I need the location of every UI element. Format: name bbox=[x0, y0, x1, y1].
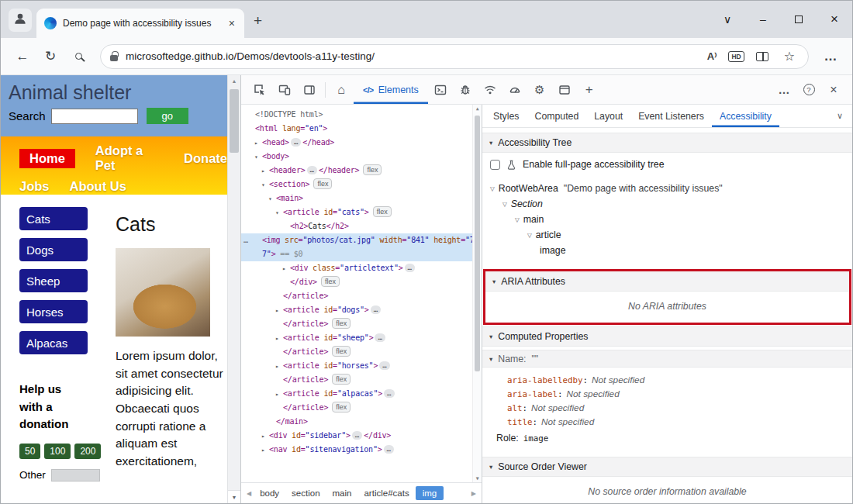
category-button-alpacas[interactable]: Alpacas bbox=[19, 331, 88, 354]
tab-accessibility[interactable]: Accessibility bbox=[712, 105, 779, 127]
split-screen-icon[interactable] bbox=[756, 52, 768, 61]
console-icon[interactable] bbox=[428, 75, 453, 104]
category-button-cats[interactable]: Cats bbox=[19, 207, 88, 230]
lock-icon[interactable] bbox=[110, 55, 118, 61]
computed-name-row[interactable]: ▾ Name: "" bbox=[482, 350, 852, 368]
nav-link-donate[interactable]: Donate bbox=[184, 151, 227, 166]
dom-tree-node[interactable]: ▾<main> bbox=[241, 192, 482, 205]
browser-menu-icon[interactable]: … bbox=[817, 49, 844, 64]
page-scrollbar[interactable]: ▲ ▼ bbox=[227, 75, 240, 503]
performance-icon[interactable] bbox=[502, 75, 527, 104]
enable-a11y-tree-checkbox[interactable] bbox=[490, 160, 500, 170]
disclosure-arrow-icon[interactable]: ▾ bbox=[254, 150, 262, 164]
disclosure-arrow-icon[interactable]: ▾ bbox=[261, 178, 269, 192]
category-button-dogs[interactable]: Dogs bbox=[19, 238, 88, 261]
add-tools-icon[interactable]: + bbox=[577, 75, 602, 104]
disclosure-arrow-icon[interactable]: ▸ bbox=[275, 332, 283, 346]
node-menu-icon[interactable]: … bbox=[243, 233, 248, 247]
scroll-down-icon[interactable]: ▼ bbox=[228, 490, 240, 503]
dom-tree-node[interactable]: ▸<article id="sheep">… bbox=[241, 331, 482, 345]
scroll-up-icon[interactable]: ▲ bbox=[473, 105, 482, 112]
expand-children-button[interactable]: … bbox=[379, 361, 389, 370]
disclosure-arrow-icon[interactable]: ▸ bbox=[275, 304, 283, 318]
breadcrumb-item-body[interactable]: body bbox=[254, 486, 285, 500]
dom-tree-node[interactable]: </article>flex bbox=[241, 345, 482, 359]
category-button-sheep[interactable]: Sheep bbox=[19, 269, 88, 292]
disclosure-arrow-icon[interactable]: ▾ bbox=[268, 192, 276, 206]
issues-bug-icon[interactable] bbox=[453, 75, 478, 104]
disclosure-arrow-icon[interactable]: ▸ bbox=[254, 136, 262, 150]
flex-badge[interactable]: flex bbox=[313, 178, 332, 189]
a11y-tree-node-image[interactable]: image bbox=[482, 243, 852, 258]
browser-tab[interactable]: Demo page with accessibility issues × bbox=[36, 9, 244, 38]
close-window-button[interactable]: × bbox=[817, 1, 852, 38]
tab-elements[interactable]: </> Elements bbox=[354, 75, 428, 104]
dom-tree-node[interactable]: ▸<article id="alpacas">… bbox=[241, 387, 482, 401]
tab-computed[interactable]: Computed bbox=[527, 105, 587, 127]
application-icon[interactable] bbox=[552, 75, 577, 104]
breadcrumb-item-article-cats[interactable]: article#cats bbox=[357, 486, 415, 500]
nav-link-adopt-a-pet[interactable]: Adopt a Pet bbox=[95, 143, 164, 173]
help-icon[interactable]: ? bbox=[796, 84, 821, 95]
scrollbar-thumb[interactable] bbox=[230, 89, 239, 153]
a11y-tree-node-rootwebarea[interactable]: ▽RootWebArea"Demo page with accessibilit… bbox=[482, 181, 852, 196]
disclosure-arrow-icon[interactable]: ▸ bbox=[261, 430, 269, 444]
nav-link-jobs[interactable]: Jobs bbox=[19, 179, 50, 194]
tab-event-listeners[interactable]: Event Listeners bbox=[630, 105, 712, 127]
disclosure-arrow-icon[interactable]: ▸ bbox=[261, 444, 269, 457]
tab-close-icon[interactable]: × bbox=[227, 17, 237, 29]
inspect-icon[interactable] bbox=[247, 75, 272, 104]
expand-children-button[interactable]: … bbox=[384, 445, 394, 454]
category-button-horses[interactable]: Horses bbox=[19, 300, 88, 323]
home-icon[interactable]: ⌂ bbox=[329, 75, 354, 104]
breadcrumb-item-main[interactable]: main bbox=[326, 486, 358, 500]
expand-children-button[interactable]: … bbox=[375, 333, 385, 342]
dom-tree-node[interactable]: <h2>Cats</h2> bbox=[241, 219, 482, 233]
disclosure-arrow-icon[interactable]: ▸ bbox=[275, 360, 283, 374]
refresh-button[interactable]: ↻ bbox=[36, 48, 64, 64]
nav-link-home[interactable]: Home bbox=[19, 149, 75, 168]
section-source-order-viewer[interactable]: ▾ Source Order Viewer bbox=[482, 457, 852, 477]
tab-styles[interactable]: Styles bbox=[485, 105, 527, 127]
device-emulation-icon[interactable] bbox=[272, 75, 297, 104]
section-aria-attributes[interactable]: ▾ ARIA Attributes bbox=[485, 271, 849, 292]
network-conditions-icon[interactable] bbox=[478, 75, 502, 104]
breadcrumb-scroll-right-icon[interactable]: ▶ bbox=[469, 490, 478, 497]
settings-gear-icon[interactable]: ⚙ bbox=[527, 75, 552, 104]
disclosure-arrow-icon[interactable]: ▽ bbox=[490, 185, 495, 192]
expand-children-button[interactable]: … bbox=[291, 138, 301, 147]
close-devtools-icon[interactable]: × bbox=[821, 83, 846, 97]
dom-tree-node[interactable]: 7"> == $0 bbox=[241, 247, 482, 261]
donation-amount-100[interactable]: 100 bbox=[44, 444, 71, 459]
breadcrumb-item-img[interactable]: img bbox=[416, 486, 444, 500]
other-amount-input[interactable] bbox=[51, 469, 100, 482]
section-computed-properties[interactable]: ▾ Computed Properties bbox=[482, 326, 852, 347]
profile-avatar-button[interactable] bbox=[9, 9, 32, 32]
expand-children-button[interactable]: … bbox=[307, 166, 317, 174]
breadcrumb-item-section[interactable]: section bbox=[285, 486, 326, 500]
disclosure-arrow-icon[interactable]: ▾ bbox=[275, 206, 283, 220]
disclosure-arrow-icon[interactable]: ▽ bbox=[502, 201, 507, 208]
dom-tree-node[interactable]: </article>flex bbox=[241, 317, 482, 331]
dom-tree-node[interactable]: ▸<header>…</header>flex bbox=[241, 164, 482, 178]
expand-children-button[interactable]: … bbox=[352, 431, 362, 440]
expand-children-button[interactable]: … bbox=[405, 264, 415, 272]
dom-tree-node[interactable]: <!DOCTYPE html> bbox=[241, 108, 482, 122]
address-bar[interactable]: microsoftedge.github.io/Demos/devtools-a… bbox=[100, 44, 809, 69]
nav-link-about-us[interactable]: About Us bbox=[70, 179, 126, 194]
disclosure-arrow-icon[interactable]: ▸ bbox=[282, 262, 290, 276]
donation-amount-200[interactable]: 200 bbox=[74, 444, 101, 459]
dom-tree-node[interactable]: </article>flex bbox=[241, 373, 482, 387]
disclosure-arrow-icon[interactable]: ▸ bbox=[261, 164, 269, 178]
donation-amount-50[interactable]: 50 bbox=[19, 444, 40, 459]
favorites-star-icon[interactable]: ☆ bbox=[780, 49, 799, 64]
dom-tree-node[interactable]: …<img src="photos/cat.jpg" width="841" h… bbox=[241, 233, 482, 247]
hd-extension-icon[interactable]: HD bbox=[728, 51, 744, 62]
flex-badge[interactable]: flex bbox=[363, 164, 382, 175]
a11y-tree-node-section[interactable]: ▽Section bbox=[482, 196, 852, 212]
tab-actions-chevron-icon[interactable]: ∨ bbox=[710, 1, 745, 38]
dom-tree-node[interactable]: </main> bbox=[241, 415, 482, 429]
dom-tree-node[interactable]: ▸<article id="dogs">… bbox=[241, 303, 482, 317]
scroll-up-icon[interactable]: ▲ bbox=[228, 75, 240, 87]
disclosure-arrow-icon[interactable]: ▸ bbox=[275, 388, 283, 402]
